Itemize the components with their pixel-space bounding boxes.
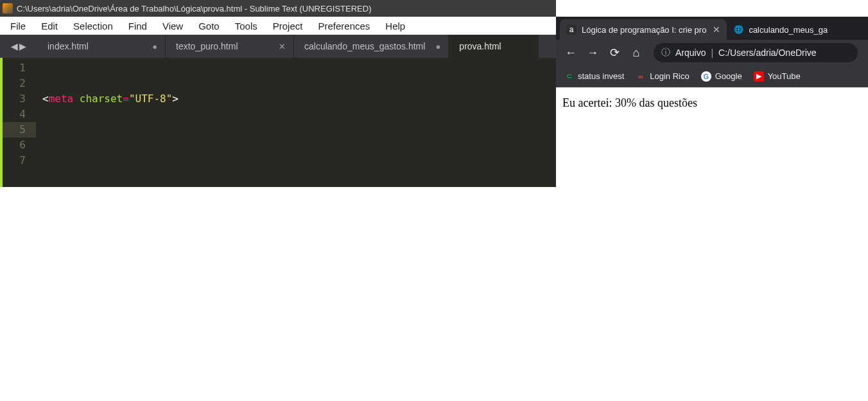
browser-tabs: a Lógica de programação I: crie pro ✕ 🌐 … — [556, 17, 868, 40]
info-icon[interactable]: ⓘ — [661, 47, 670, 58]
back-button[interactable]: ← — [561, 43, 580, 62]
menu-tools[interactable]: Tools — [229, 18, 264, 34]
tab-nav-arrows[interactable]: ◀ ▶ — [0, 35, 37, 58]
dirty-indicator-icon: ● — [152, 42, 157, 51]
bookmark-icon: G — [701, 71, 711, 82]
line-gutter: 1 2 3 4 5 6 7 — [0, 58, 36, 187]
menu-preferences[interactable]: Preferences — [311, 18, 376, 34]
browser-tab-calculando[interactable]: 🌐 calculando_meus_ga — [727, 19, 834, 40]
code-area[interactable]: <meta charset="UTF-8"> <script> document… — [36, 58, 556, 187]
chrome-window: a Lógica de programação I: crie pro ✕ 🌐 … — [556, 0, 868, 401]
home-button[interactable]: ⌂ — [627, 43, 646, 62]
page-output-text: Eu acertei: 30% das questões — [562, 96, 697, 109]
address-bar[interactable]: ⓘ Arquivo | C:/Users/adria/OneDrive — [654, 43, 858, 62]
line-number: 5 — [1, 122, 36, 138]
menu-help[interactable]: Help — [379, 18, 412, 34]
line-number: 1 — [1, 60, 26, 76]
reload-button[interactable]: ⟳ — [605, 43, 624, 62]
editor-tabs-row: ◀ ▶ index.html ● texto_puro.html ✕ calcu… — [0, 35, 556, 58]
tab-next-icon[interactable]: ▶ — [19, 41, 26, 51]
tab-prev-icon[interactable]: ◀ — [11, 41, 18, 51]
sublime-text-window: C:\Users\adria\OneDrive\Área de Trabalho… — [0, 0, 556, 401]
bookmark-label: Login Rico — [650, 71, 689, 81]
menubar: File Edit Selection Find View Goto Tools… — [0, 17, 556, 35]
menu-find[interactable]: Find — [122, 18, 153, 34]
tab-index-html[interactable]: index.html ● — [37, 35, 166, 58]
tab-prova-html[interactable]: prova.html — [449, 35, 539, 58]
bookmark-icon: ∞ — [636, 71, 646, 82]
browser-toolbar: ← → ⟳ ⌂ ⓘ Arquivo | C:/Users/adria/OneDr… — [556, 40, 868, 66]
line-number: 4 — [1, 107, 26, 122]
browser-tab-logica[interactable]: a Lógica de programação I: crie pro ✕ — [560, 19, 727, 40]
tab-texto-puro[interactable]: texto_puro.html ✕ — [166, 35, 294, 58]
bookmark-label: Google — [715, 71, 742, 81]
tab-calculando-gastos[interactable]: calculando_meus_gastos.html ● — [294, 35, 449, 58]
code-line: <meta charset="UTF-8"> — [42, 91, 550, 107]
menu-project[interactable]: Project — [266, 18, 309, 34]
tab-label: calculando_meus_gastos.html — [304, 41, 425, 51]
code-line — [42, 138, 550, 153]
bookmark-icon: ⊂ — [564, 71, 574, 82]
window-title: C:\Users\adria\OneDrive\Área de Trabalho… — [17, 4, 371, 13]
url-scheme-label: Arquivo — [675, 48, 706, 58]
code-editor[interactable]: 1 2 3 4 5 6 7 <meta charset="UTF-8"> <sc… — [0, 58, 556, 187]
line-number: 2 — [1, 76, 26, 91]
forward-button[interactable]: → — [583, 43, 602, 62]
tab-label: prova.html — [459, 41, 501, 51]
blank-area — [0, 187, 556, 401]
menu-goto[interactable]: Goto — [192, 18, 226, 34]
line-number: 6 — [1, 138, 26, 153]
menu-selection[interactable]: Selection — [67, 18, 119, 34]
url-separator: | — [711, 48, 713, 58]
chrome-top-spacer — [556, 0, 868, 17]
bookmark-icon: ▶ — [754, 71, 764, 82]
bookmark-label: YouTube — [768, 71, 801, 81]
window-titlebar: C:\Users\adria\OneDrive\Área de Trabalho… — [0, 0, 556, 17]
tab-label: texto_puro.html — [176, 41, 238, 51]
page-content: Eu acertei: 30% das questões — [556, 87, 868, 401]
bookmarks-bar: ⊂ status invest ∞ Login Rico G Google ▶ … — [556, 66, 868, 87]
bookmark-status-invest[interactable]: ⊂ status invest — [564, 71, 624, 82]
url-path: C:/Users/adria/OneDrive — [718, 48, 817, 58]
dirty-indicator-icon: ● — [435, 42, 440, 51]
sublime-logo-icon — [3, 3, 13, 13]
close-icon[interactable]: ✕ — [713, 24, 720, 35]
bookmark-youtube[interactable]: ▶ YouTube — [754, 71, 801, 82]
line-number: 3 — [1, 91, 26, 107]
menu-edit[interactable]: Edit — [35, 18, 64, 34]
menu-file[interactable]: File — [4, 18, 32, 34]
favicon-icon: a — [566, 24, 577, 35]
tab-label: index.html — [48, 41, 89, 51]
menu-view[interactable]: View — [156, 18, 189, 34]
browser-tab-label: Lógica de programação I: crie pro — [582, 25, 706, 35]
globe-icon: 🌐 — [733, 24, 743, 35]
line-number: 7 — [1, 153, 26, 168]
browser-tab-label: calculando_meus_ga — [749, 25, 828, 35]
bookmark-label: status invest — [578, 71, 624, 81]
close-icon[interactable]: ✕ — [279, 42, 286, 51]
bookmark-login-rico[interactable]: ∞ Login Rico — [636, 71, 689, 82]
bookmark-google[interactable]: G Google — [701, 71, 742, 82]
